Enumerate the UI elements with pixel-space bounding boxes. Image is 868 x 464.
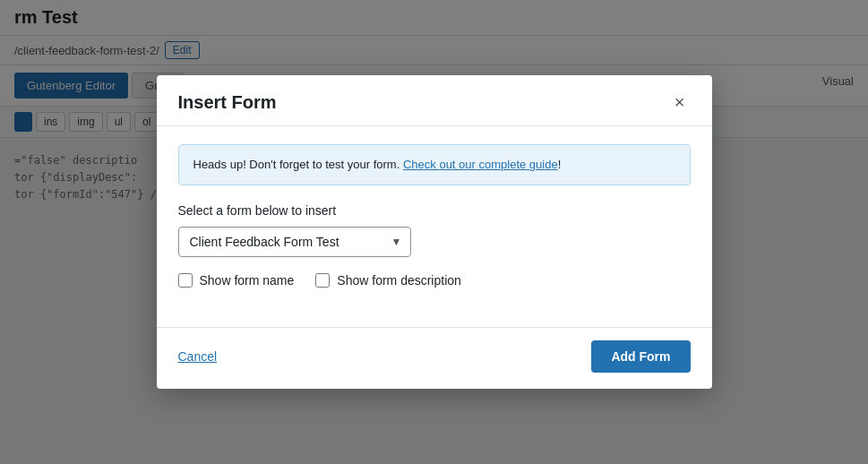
add-form-button[interactable]: Add Form (591, 340, 690, 373)
info-suffix: ! (558, 158, 562, 171)
show-form-name-label: Show form name (200, 273, 295, 288)
modal-header: Insert Form × (157, 75, 712, 126)
checkbox-row: Show form name Show form description (178, 273, 691, 288)
modal-overlay: Insert Form × Heads up! Don't forget to … (0, 0, 868, 464)
form-select-wrapper: Client Feedback Form Test ▼ (178, 227, 411, 257)
modal-footer: Cancel Add Form (157, 327, 712, 389)
modal-title: Insert Form (178, 92, 277, 113)
info-link[interactable]: Check out our complete guide (403, 158, 558, 171)
info-banner: Heads up! Don't forget to test your form… (178, 144, 691, 185)
close-button[interactable]: × (669, 91, 691, 113)
form-select[interactable]: Client Feedback Form Test (178, 227, 411, 257)
select-form-label: Select a form below to insert (178, 203, 691, 218)
cancel-button[interactable]: Cancel (178, 349, 218, 364)
modal-body: Heads up! Don't forget to test your form… (157, 126, 712, 327)
insert-form-modal: Insert Form × Heads up! Don't forget to … (157, 75, 712, 389)
show-form-description-checkbox[interactable] (315, 273, 330, 288)
info-text: Heads up! Don't forget to test your form… (193, 158, 403, 171)
show-form-name-checkbox[interactable] (178, 273, 193, 288)
show-form-name-item[interactable]: Show form name (178, 273, 295, 288)
show-form-description-item[interactable]: Show form description (315, 273, 461, 288)
show-form-description-label: Show form description (337, 273, 461, 288)
